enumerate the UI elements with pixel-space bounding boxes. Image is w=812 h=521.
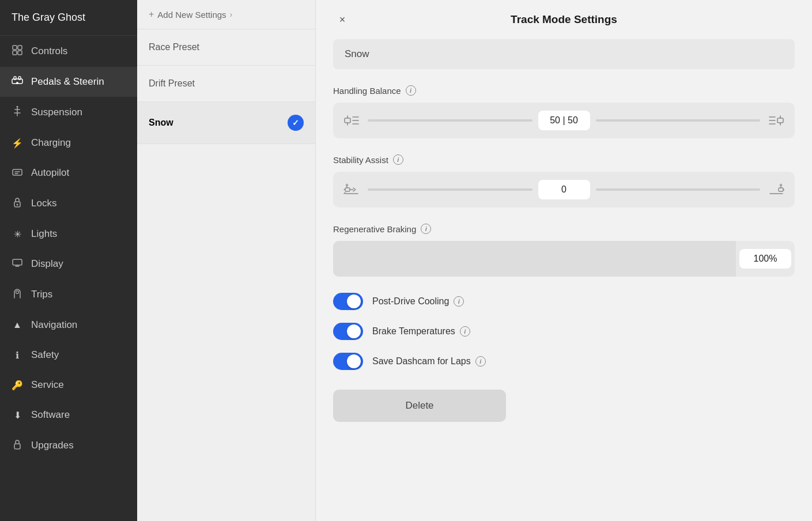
preset-snow-label: Snow xyxy=(149,118,173,128)
preset-drift-label: Drift Preset xyxy=(149,78,195,88)
sidebar-item-safety[interactable]: ℹ Safety xyxy=(0,340,137,370)
sidebar-label-trips: Trips xyxy=(31,289,52,300)
autopilot-icon xyxy=(12,168,23,178)
toggle-knob xyxy=(347,354,361,368)
sidebar-item-trips[interactable]: Trips xyxy=(0,279,137,310)
sidebar-label-controls: Controls xyxy=(31,46,67,57)
plus-icon: + xyxy=(149,9,154,20)
middle-panel: + Add New Settings › Race Preset Drift P… xyxy=(137,0,316,521)
sidebar-item-display[interactable]: Display xyxy=(0,249,137,279)
preset-snow[interactable]: Snow ✓ xyxy=(137,102,315,144)
toggle-knob xyxy=(347,324,361,338)
sidebar-item-locks[interactable]: Locks xyxy=(0,188,137,219)
selected-checkmark: ✓ xyxy=(288,115,304,131)
regen-braking-label: Regenerative Braking i xyxy=(333,224,795,234)
handling-balance-left-icon xyxy=(341,110,362,131)
svg-point-42 xyxy=(780,184,782,186)
lock-icon xyxy=(12,197,23,210)
regen-braking-info-icon[interactable]: i xyxy=(421,224,431,234)
brake-temperatures-row: Brake Temperatures i xyxy=(333,323,795,340)
svg-point-7 xyxy=(16,82,18,84)
sidebar-label-locks: Locks xyxy=(31,198,56,209)
sidebar-label-service: Service xyxy=(31,379,64,391)
sidebar-label-navigation: Navigation xyxy=(31,319,77,331)
preset-name-display[interactable]: Snow xyxy=(333,39,795,69)
sidebar-item-pedals[interactable]: Pedals & Steerin xyxy=(0,67,137,97)
sidebar-item-upgrades[interactable]: Upgrades xyxy=(0,430,137,461)
svg-rect-0 xyxy=(13,46,17,50)
sidebar-item-suspension[interactable]: Suspension xyxy=(0,97,137,128)
handling-balance-slider[interactable]: 50 | 50 xyxy=(333,103,795,138)
sidebar-item-controls[interactable]: Controls xyxy=(0,36,137,67)
svg-rect-21 xyxy=(14,444,20,449)
sidebar-label-pedals: Pedals & Steerin xyxy=(31,76,104,88)
sidebar: The Gray Ghost Controls Pedals & Steerin xyxy=(0,0,137,521)
stability-assist-value: 0 xyxy=(538,180,590,199)
sidebar-label-upgrades: Upgrades xyxy=(31,440,74,451)
svg-rect-2 xyxy=(13,51,17,55)
save-dashcam-info-icon[interactable]: i xyxy=(475,356,486,367)
pedals-icon xyxy=(12,76,23,88)
navigation-icon: ▲ xyxy=(12,320,23,330)
safety-icon: ℹ xyxy=(12,350,23,361)
handling-balance-track-right[interactable] xyxy=(596,119,761,122)
preset-race-label: Race Preset xyxy=(149,42,199,52)
controls-icon xyxy=(12,45,23,58)
post-drive-cooling-toggle[interactable] xyxy=(333,293,363,310)
close-button[interactable]: × xyxy=(333,10,352,29)
suspension-icon xyxy=(12,106,23,119)
save-dashcam-toggle[interactable] xyxy=(333,353,363,370)
regen-braking-value: 100% xyxy=(739,249,791,269)
sidebar-item-lights[interactable]: ✳ Lights xyxy=(0,219,137,249)
brake-temperatures-info-icon[interactable]: i xyxy=(460,326,470,337)
sidebar-label-lights: Lights xyxy=(31,228,57,240)
preset-race[interactable]: Race Preset xyxy=(137,29,315,66)
regen-braking-slider[interactable]: 100% xyxy=(333,241,795,277)
handling-balance-value: 50 | 50 xyxy=(538,111,590,130)
display-icon xyxy=(12,259,23,269)
main-panel: × Track Mode Settings Snow Handling Bala… xyxy=(316,0,812,521)
save-dashcam-row: Save Dashcam for Laps i xyxy=(333,353,795,370)
save-dashcam-label: Save Dashcam for Laps i xyxy=(372,356,486,367)
sidebar-label-suspension: Suspension xyxy=(31,107,82,118)
stability-assist-track[interactable] xyxy=(368,188,532,191)
svg-rect-40 xyxy=(779,188,783,191)
sidebar-label-safety: Safety xyxy=(31,349,59,361)
svg-rect-3 xyxy=(18,51,22,55)
stability-assist-info-icon[interactable]: i xyxy=(393,154,403,165)
preset-drift[interactable]: Drift Preset xyxy=(137,66,315,102)
svg-rect-34 xyxy=(345,188,350,191)
sidebar-item-service[interactable]: 🔑 Service xyxy=(0,370,137,400)
brake-temperatures-toggle[interactable] xyxy=(333,323,363,340)
sidebar-item-navigation[interactable]: ▲ Navigation xyxy=(0,310,137,340)
add-new-settings-button[interactable]: + Add New Settings › xyxy=(149,9,232,20)
main-content: Snow Handling Balance i 50 | 50 xyxy=(316,39,812,521)
handling-balance-track[interactable] xyxy=(368,119,532,122)
stability-assist-left-icon xyxy=(341,179,362,200)
stability-assist-right-icon xyxy=(766,179,787,200)
handling-balance-label: Handling Balance i xyxy=(333,85,795,96)
svg-rect-17 xyxy=(13,259,22,265)
brake-temperatures-label: Brake Temperatures i xyxy=(372,326,470,337)
sidebar-item-charging[interactable]: ⚡ Charging xyxy=(0,128,137,158)
upgrades-icon xyxy=(12,439,23,452)
svg-point-11 xyxy=(17,106,18,108)
middle-header: + Add New Settings › xyxy=(137,0,315,29)
add-new-settings-label: Add New Settings xyxy=(157,10,226,20)
page-title: Track Mode Settings xyxy=(511,13,617,26)
toggle-knob xyxy=(347,295,361,308)
main-header: × Track Mode Settings xyxy=(316,0,812,39)
stability-assist-slider[interactable]: 0 xyxy=(333,172,795,207)
handling-balance-info-icon[interactable]: i xyxy=(406,85,416,96)
software-icon: ⬇ xyxy=(12,410,23,421)
sidebar-item-software[interactable]: ⬇ Software xyxy=(0,400,137,430)
sidebar-label-software: Software xyxy=(31,409,70,421)
delete-button[interactable]: Delete xyxy=(333,390,506,422)
post-drive-cooling-row: Post-Drive Cooling i xyxy=(333,293,795,310)
sidebar-item-autopilot[interactable]: Autopilot xyxy=(0,158,137,188)
stability-assist-track-right[interactable] xyxy=(596,188,761,191)
svg-rect-28 xyxy=(777,118,783,123)
svg-rect-1 xyxy=(18,46,22,50)
post-drive-cooling-info-icon[interactable]: i xyxy=(454,296,464,307)
post-drive-cooling-label: Post-Drive Cooling i xyxy=(372,296,464,307)
